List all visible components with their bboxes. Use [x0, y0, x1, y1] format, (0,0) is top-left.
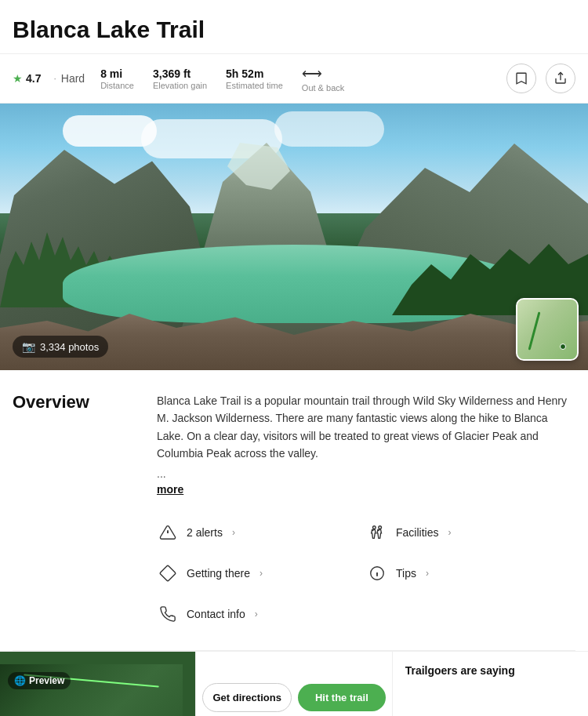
distance-label: Distance	[100, 81, 134, 90]
alerts-link[interactable]: 2 alerts ›	[157, 512, 366, 553]
camera-icon: 📷	[22, 340, 35, 353]
share-button[interactable]	[546, 64, 575, 93]
contact-info-text: Contact info	[187, 608, 245, 620]
elevation-label: Elevation gain	[153, 81, 207, 90]
contact-info-link[interactable]: Contact info ›	[157, 594, 366, 634]
bookmark-icon	[514, 71, 528, 85]
overview-ellipsis: ...	[157, 467, 575, 480]
facilities-icon	[368, 524, 386, 541]
getting-there-arrow: ›	[260, 568, 263, 579]
info-circle-icon	[368, 565, 386, 582]
stats-bar: ★ 4.7 · Hard 8 mi Distance 3,369 ft Elev…	[0, 54, 588, 104]
alert-icon-container	[157, 522, 179, 543]
overview-text-col: Blanca Lake Trail is a popular mountain …	[157, 392, 575, 634]
svg-point-4	[379, 525, 382, 529]
tips-link[interactable]: Tips ›	[366, 553, 575, 594]
trailgoers-title: Trailgoers are saying	[405, 664, 588, 677]
preview-map-bg: 🌐 Preview	[0, 664, 183, 716]
elevation-value: 3,369 ft	[153, 67, 207, 80]
tips-arrow: ›	[426, 568, 429, 579]
photo-section[interactable]: 📷 3,334 photos	[0, 104, 588, 370]
preview-label-text: Preview	[29, 675, 64, 686]
trailgoers-card: Trailgoers are saying	[393, 652, 588, 716]
elevation-stat: 3,369 ft Elevation gain	[153, 67, 207, 90]
facilities-arrow: ›	[448, 527, 451, 538]
facilities-icon-container	[366, 522, 388, 543]
preview-card[interactable]: 🌐 Preview	[0, 652, 196, 716]
photos-badge[interactable]: 📷 3,334 photos	[13, 336, 108, 358]
overview-section: Overview Blanca Lake Trail is a popular …	[13, 370, 575, 651]
trail-title: Blanca Lake Trail	[13, 16, 575, 44]
map-trail-line	[528, 311, 541, 350]
header-actions	[506, 64, 575, 93]
alert-triangle-icon	[159, 524, 176, 541]
distance-value: 8 mi	[100, 67, 134, 80]
directions-card: Get directions Hit the trail Drop on lea…	[196, 652, 392, 716]
bookmark-button[interactable]	[506, 64, 536, 93]
route-stat: ⟷ Out & back	[302, 65, 344, 93]
distance-stat: 8 mi Distance	[100, 67, 134, 90]
facilities-link[interactable]: Facilities ›	[366, 512, 575, 553]
bottom-cards: 🌐 Preview Get directions Hit the trail D…	[0, 651, 588, 716]
time-label: Estimated time	[226, 81, 283, 90]
overview-text: Blanca Lake Trail is a popular mountain …	[157, 392, 575, 463]
diamond-icon	[159, 565, 176, 582]
map-dot	[560, 343, 566, 350]
hit-trail-button[interactable]: Hit the trail	[298, 684, 386, 711]
preview-label: 🌐 Preview	[8, 672, 71, 689]
tips-text: Tips	[396, 567, 416, 580]
difficulty-label: Hard	[61, 72, 85, 85]
alerts-text: 2 alerts	[187, 526, 223, 539]
more-link[interactable]: more	[157, 483, 183, 496]
share-icon	[554, 71, 568, 85]
cloud	[274, 111, 384, 147]
time-stat: 5h 52m Estimated time	[226, 67, 283, 90]
rating-section: ★ 4.7	[13, 72, 41, 85]
rating-value: 4.7	[26, 72, 41, 85]
phone-icon-container	[157, 603, 179, 625]
directions-buttons: Get directions Hit the trail	[202, 683, 385, 712]
facilities-text: Facilities	[396, 526, 438, 539]
getting-there-link[interactable]: Getting there ›	[157, 553, 366, 594]
contact-info-arrow: ›	[255, 609, 258, 620]
map-bg	[517, 300, 577, 359]
phone-icon	[159, 605, 176, 623]
getting-there-text: Getting there	[187, 567, 250, 580]
route-label: Out & back	[302, 83, 344, 93]
mountain-scene	[0, 104, 588, 370]
get-directions-button[interactable]: Get directions	[202, 683, 292, 712]
content-area: Overview Blanca Lake Trail is a popular …	[0, 370, 588, 651]
getting-there-icon-container	[157, 562, 179, 584]
map-thumbnail[interactable]	[516, 298, 579, 361]
svg-point-3	[373, 525, 376, 529]
svg-rect-5	[160, 565, 176, 581]
time-value: 5h 52m	[226, 67, 283, 80]
photos-count: 3,334 photos	[40, 341, 99, 353]
preview-globe-icon: 🌐	[14, 675, 26, 686]
tips-icon-container	[366, 562, 388, 584]
page-header: Blanca Lake Trail	[0, 0, 588, 54]
alerts-arrow: ›	[232, 527, 235, 538]
dot-separator: ·	[53, 73, 56, 84]
route-arrow-icon: ⟷	[302, 65, 344, 82]
info-links-grid: 2 alerts › Facilities ›	[157, 512, 575, 634]
star-icon: ★	[13, 72, 23, 85]
overview-label: Overview	[13, 392, 138, 634]
